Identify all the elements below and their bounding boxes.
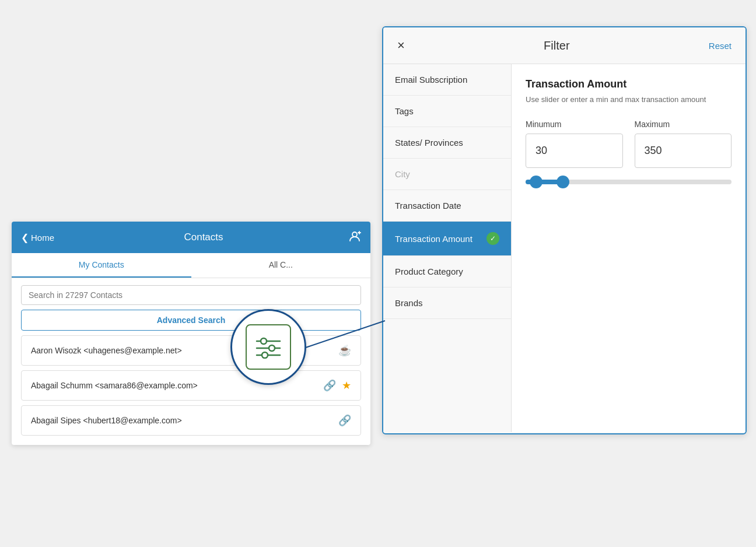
max-label: Maximum xyxy=(635,120,732,129)
svg-point-7 xyxy=(269,345,275,351)
filter-sidebar: Email Subscription Tags States/ Province… xyxy=(383,64,512,432)
search-input[interactable] xyxy=(29,290,354,300)
search-wrapper xyxy=(21,285,361,305)
filter-header: × Filter Reset xyxy=(383,27,746,64)
contacts-tabs: My Contacts All C... xyxy=(12,253,370,278)
svg-point-5 xyxy=(261,338,267,344)
sidebar-item-states-provinces[interactable]: States/ Provinces xyxy=(383,127,511,159)
contact-icons: 🔗 xyxy=(338,414,351,427)
filter-icon-box xyxy=(246,324,291,370)
max-input[interactable] xyxy=(635,134,732,168)
back-button[interactable]: ❮ Home xyxy=(21,232,54,243)
filter-icon-circle[interactable] xyxy=(230,309,306,385)
sidebar-item-email-subscription[interactable]: Email Subscription xyxy=(383,64,511,96)
active-check-badge: ✓ xyxy=(487,232,499,245)
min-col: Minumum xyxy=(526,120,623,168)
star-icon: ★ xyxy=(342,379,351,392)
page-title: Contacts xyxy=(59,232,348,243)
filter-body: Email Subscription Tags States/ Province… xyxy=(383,64,746,432)
sidebar-item-transaction-date[interactable]: Transaction Date xyxy=(383,190,511,222)
svg-point-1 xyxy=(352,232,357,237)
contact-name: Abagail Schumm <samara86@example.com> xyxy=(31,381,198,390)
sidebar-item-product-category[interactable]: Product Category xyxy=(383,256,511,287)
tab-my-contacts[interactable]: My Contacts xyxy=(12,253,191,278)
filter-panel: × Filter Reset Email Subscription Tags S… xyxy=(382,26,747,434)
list-item[interactable]: Aaron Wisozk <uhagenes@example.net> ☕ xyxy=(21,335,361,366)
list-item[interactable]: Abagail Sipes <hubert18@example.com> 🔗 xyxy=(21,405,361,436)
back-label: Home xyxy=(31,233,54,243)
contact-name: Aaron Wisozk <uhagenes@example.net> xyxy=(31,346,182,355)
filter-title: Filter xyxy=(544,39,569,52)
add-contact-button[interactable] xyxy=(348,230,361,246)
sidebar-item-city[interactable]: City xyxy=(383,159,511,190)
sidebar-item-transaction-amount[interactable]: Transaction Amount ✓ xyxy=(383,222,511,256)
contacts-header: ❮ Home Contacts xyxy=(12,222,370,253)
search-area: Advanced Search xyxy=(12,278,370,335)
contacts-panel: ❮ Home Contacts My Contacts All C... Adv… xyxy=(12,222,370,445)
min-label: Minumum xyxy=(526,120,623,129)
filter-reset-button[interactable]: Reset xyxy=(709,41,732,51)
min-input[interactable] xyxy=(526,134,623,168)
max-col: Maximum xyxy=(635,120,732,168)
alarm-icon: ☕ xyxy=(338,344,351,357)
slider-thumb-min[interactable] xyxy=(530,176,542,188)
svg-point-9 xyxy=(262,352,268,358)
link-icon: 🔗 xyxy=(338,414,351,427)
sidebar-item-tags[interactable]: Tags xyxy=(383,96,511,127)
min-max-row: Minumum Maximum xyxy=(526,120,732,168)
contact-list: Aaron Wisozk <uhagenes@example.net> ☕ Ab… xyxy=(12,335,370,445)
filter-content-title: Transaction Amount xyxy=(526,78,732,90)
filter-content-desc: Use slider or enter a min and max transa… xyxy=(526,94,732,106)
filter-content: Transaction Amount Use slider or enter a… xyxy=(512,64,746,432)
list-item[interactable]: Abagail Schumm <samara86@example.com> 🔗 … xyxy=(21,370,361,401)
advanced-search-button[interactable]: Advanced Search xyxy=(21,310,361,331)
slider-track[interactable] xyxy=(526,180,732,184)
slider-thumb-max[interactable] xyxy=(556,176,569,188)
contact-icons: ☕ xyxy=(338,344,351,357)
filter-close-button[interactable]: × xyxy=(397,38,405,53)
contact-icons: 🔗 ★ xyxy=(323,379,351,392)
contact-name: Abagail Sipes <hubert18@example.com> xyxy=(31,416,182,425)
sidebar-item-brands[interactable]: Brands xyxy=(383,287,511,319)
tab-all-contacts[interactable]: All C... xyxy=(191,253,371,278)
filter-sliders-icon xyxy=(254,335,282,359)
link-icon: 🔗 xyxy=(323,379,336,392)
back-icon: ❮ xyxy=(21,232,29,243)
